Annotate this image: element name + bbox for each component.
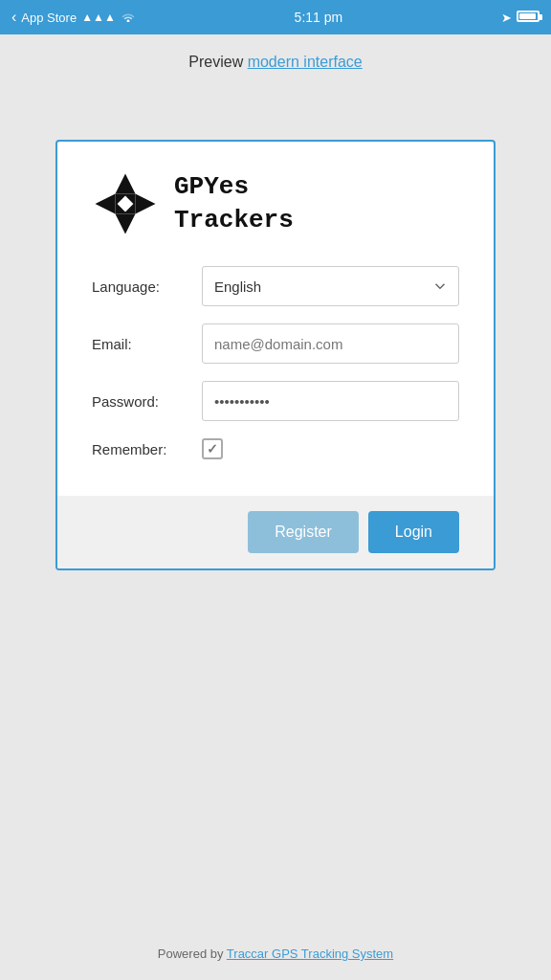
language-row: Language: English Spanish French (92, 266, 459, 306)
app-logo-icon (92, 170, 159, 237)
preview-banner: Preview modern interface (0, 34, 551, 82)
battery-icon (517, 11, 540, 25)
remember-checkbox[interactable]: ✓ (202, 438, 223, 459)
register-button[interactable]: Register (248, 511, 359, 553)
card-body: GPYes Trackers Language: English Spanish… (57, 142, 494, 496)
remember-checkbox-wrapper[interactable]: ✓ (202, 438, 223, 459)
status-bar: ‹ App Store ▲▲▲ 5:11 pm ➤ (0, 0, 551, 34)
footer-text: Powered by (158, 947, 227, 961)
password-label: Password: (92, 393, 202, 410)
app-name: GPYes Trackers (174, 170, 294, 237)
password-input[interactable] (202, 381, 459, 421)
svg-marker-1 (116, 214, 136, 234)
status-left: ‹ App Store ▲▲▲ (11, 9, 136, 26)
status-time: 5:11 pm (295, 10, 343, 25)
back-arrow-icon[interactable]: ‹ (11, 9, 16, 26)
check-icon: ✓ (207, 441, 218, 457)
page-footer: Powered by Traccar GPS Tracking System (0, 947, 551, 961)
svg-marker-3 (136, 194, 156, 214)
modern-interface-link[interactable]: modern interface (248, 54, 363, 70)
wifi-icon (121, 11, 136, 25)
status-right: ➤ (501, 11, 540, 25)
email-input[interactable] (202, 323, 459, 364)
preview-text: Preview (188, 54, 247, 70)
email-row: Email: (92, 323, 459, 364)
language-select[interactable]: English Spanish French (202, 266, 459, 306)
card-footer: Register Login (57, 496, 494, 568)
main-content: GPYes Trackers Language: English Spanish… (0, 82, 551, 609)
remember-label: Remember: (92, 441, 202, 457)
login-button[interactable]: Login (368, 511, 459, 553)
signal-icon: ▲▲▲ (81, 11, 116, 24)
svg-marker-0 (116, 174, 136, 194)
remember-row: Remember: ✓ (92, 438, 459, 459)
language-label: Language: (92, 278, 202, 295)
email-label: Email: (92, 336, 202, 352)
carrier-label: App Store (21, 11, 77, 25)
traccar-link[interactable]: Traccar GPS Tracking System (227, 947, 393, 961)
svg-marker-2 (96, 194, 116, 214)
location-icon: ➤ (501, 11, 512, 25)
password-row: Password: (92, 381, 459, 421)
login-card: GPYes Trackers Language: English Spanish… (55, 140, 496, 570)
logo-section: GPYes Trackers (92, 170, 459, 237)
